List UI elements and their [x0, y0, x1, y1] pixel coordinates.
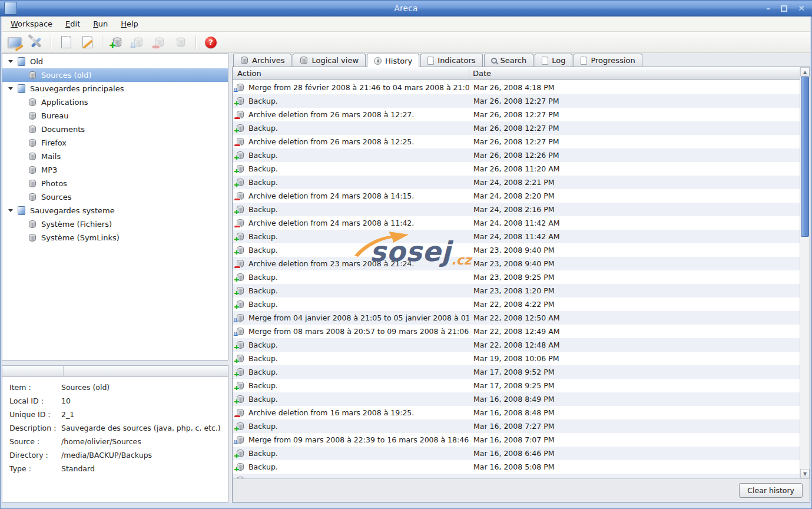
tab-archives[interactable]: Archives — [233, 54, 291, 67]
main-area: OldSources (old)Sauvegardes principalesA… — [2, 53, 810, 503]
menu-run[interactable]: Run — [87, 16, 114, 32]
history-row[interactable]: Backup.Mar 24, 2008 2:21 PM — [233, 176, 800, 189]
database-merge-icon — [133, 37, 144, 48]
tree-item-sauvegardes-principales[interactable]: Sauvegardes principales — [2, 82, 228, 95]
history-row[interactable]: Archive deletion from 23 mars 2008 à 21:… — [233, 257, 800, 270]
history-row[interactable]: Archive deletion from 24 mars 2008 à 11:… — [233, 216, 800, 230]
menu-edit[interactable]: Edit — [59, 16, 87, 32]
column-header-action[interactable]: Action — [233, 67, 469, 80]
action-text: Merge from 09 mars 2008 à 22:39 to 16 ma… — [248, 435, 469, 444]
history-row[interactable]: Archive deletion from 24 mars 2008 à 14:… — [233, 189, 800, 203]
expander-icon[interactable] — [8, 87, 13, 90]
minimize-button[interactable]: – — [766, 4, 770, 12]
database-plus-icon — [236, 422, 244, 431]
history-row[interactable]: Backup.Mar 24, 2008 2:16 PM — [233, 203, 800, 216]
history-row[interactable]: Backup.Mar 17, 2008 9:52 PM — [233, 365, 800, 379]
open-workspace-button[interactable] — [5, 34, 24, 51]
history-row[interactable]: Merge from 09 mars 2008 à 22:39 to 16 ma… — [233, 433, 800, 447]
history-row[interactable]: Backup.Mar 16, 2008 6:46 PM — [233, 447, 800, 460]
expander-icon[interactable] — [8, 60, 13, 63]
tree-item-mails[interactable]: Mails — [2, 150, 228, 163]
tree-item-syst-me-symlinks[interactable]: Système (SymLinks) — [2, 231, 228, 244]
tab-history[interactable]: History — [367, 54, 419, 67]
tab-label: Log — [552, 56, 565, 65]
history-row[interactable]: Merge from 08 mars 2008 à 20:57 to 09 ma… — [233, 325, 800, 338]
action-cell: Merge from 04 janvier 2008 à 21:05 to 05… — [233, 313, 469, 322]
tab-indicators[interactable]: Indicators — [420, 54, 482, 67]
action-cell: Backup. — [233, 286, 469, 295]
column-header-date[interactable]: Date — [469, 67, 800, 80]
preferences-button[interactable] — [26, 34, 45, 51]
tree-item-syst-me-fichiers[interactable]: Système (Fichiers) — [2, 217, 228, 231]
action-cell: Backup. — [233, 300, 469, 309]
tree-item-sauvegardes-systeme[interactable]: Sauvegardes systeme — [2, 204, 228, 217]
properties-body: Item :Sources (old)Local ID :10Unique ID… — [2, 377, 228, 475]
tree-item-documents[interactable]: Documents — [2, 123, 228, 136]
panel-splitter[interactable] — [2, 361, 228, 365]
history-row[interactable]: Backup.Mar 22, 2008 12:48 AM — [233, 338, 800, 352]
history-row[interactable]: Merge from 04 janvier 2008 à 21:05 to 05… — [233, 311, 800, 325]
tree-item-photos[interactable]: Photos — [2, 177, 228, 190]
edit-target-button[interactable] — [78, 34, 97, 51]
history-row[interactable]: Backup.Mar 23, 2008 1:20 PM — [233, 284, 800, 298]
toolbar-separator — [51, 35, 51, 49]
history-row[interactable]: Backup.Mar 23, 2008 9:40 PM — [233, 243, 800, 257]
scroll-up-button[interactable]: ▲ — [800, 67, 810, 77]
tree-item-sources-old[interactable]: Sources (old) — [2, 68, 228, 82]
history-row[interactable]: Backup.Mar 16, 2008 7:27 PM — [233, 419, 800, 433]
database-icon — [28, 193, 37, 201]
clear-history-button[interactable]: Clear history — [739, 483, 803, 498]
menu-help[interactable]: Help — [114, 16, 145, 32]
tab-log[interactable]: Log — [535, 54, 572, 67]
history-row[interactable]: Merge from 28 février 2008 à 21:46 to 04… — [233, 81, 800, 94]
tab-progression[interactable]: Progression — [574, 54, 642, 67]
scrollbar-thumb[interactable] — [801, 77, 809, 237]
menu-workspace[interactable]: Workspace — [4, 16, 59, 32]
tree-item-bureau[interactable]: Bureau — [2, 109, 228, 123]
toolbar: ? — [2, 32, 810, 53]
scroll-down-button[interactable]: ▼ — [800, 469, 810, 478]
vertical-scrollbar[interactable]: ▲ ▼ — [800, 67, 810, 478]
maximize-button[interactable] — [781, 5, 787, 12]
tree-item-label: Applications — [41, 98, 88, 107]
history-row[interactable]: Backup.Mar 26, 2008 12:26 PM — [233, 148, 800, 162]
tab-search[interactable]: Search — [484, 54, 534, 67]
history-row[interactable]: Archive deletion from 16 mars 2008 à 19:… — [233, 406, 800, 419]
tree-item-firefox[interactable]: Firefox — [2, 136, 228, 150]
new-target-button[interactable] — [57, 34, 75, 51]
history-row[interactable]: Backup.Mar 26, 2008 12:27 PM — [233, 121, 800, 135]
history-row[interactable]: Backup.Mar 24, 2008 11:42 AM — [233, 230, 800, 243]
history-row[interactable]: Backup.Mar 26, 2008 11:20 AM — [233, 162, 800, 176]
action-text: Backup. — [248, 273, 278, 282]
history-row[interactable]: Backup.Mar 22, 2008 4:22 PM — [233, 298, 800, 311]
history-row[interactable]: Backup.Mar 19, 2008 10:06 PM — [233, 352, 800, 365]
properties-panel: Item :Sources (old)Local ID :10Unique ID… — [2, 365, 228, 503]
tree-item-mp3[interactable]: MP3 — [2, 163, 228, 177]
history-row[interactable] — [233, 474, 800, 478]
history-row[interactable]: Backup.Mar 23, 2008 9:25 PM — [233, 270, 800, 284]
property-value: Standard — [61, 464, 228, 473]
tab-bar: ArchivesLogical viewHistoryIndicatorsSea… — [232, 53, 810, 67]
database-plus-icon — [236, 341, 244, 349]
tree-item-applications[interactable]: Applications — [2, 95, 228, 109]
tree-item-old[interactable]: Old — [2, 55, 228, 68]
tab-label: Indicators — [438, 56, 475, 65]
expander-icon[interactable] — [8, 209, 13, 212]
backup-button[interactable] — [108, 34, 127, 51]
tree-item-sources[interactable]: Sources — [2, 190, 228, 204]
history-row[interactable]: Archive deletion from 26 mars 2008 à 12:… — [233, 108, 800, 121]
history-row[interactable]: Archive deletion from 26 mars 2008 à 12:… — [233, 135, 800, 148]
history-row[interactable]: Backup.Mar 16, 2008 8:49 PM — [233, 392, 800, 406]
history-row[interactable]: Backup.Mar 16, 2008 5:08 PM — [233, 460, 800, 474]
property-value: /home/olivier/Sources — [61, 437, 228, 446]
close-button[interactable]: ✕ — [798, 4, 805, 12]
help-button[interactable]: ? — [201, 34, 220, 51]
action-text: Backup. — [248, 232, 278, 241]
action-cell: Backup. — [233, 273, 469, 282]
tab-label: Progression — [591, 56, 635, 65]
history-row[interactable]: Backup.Mar 17, 2008 9:25 PM — [233, 379, 800, 392]
tree-item-label: Firefox — [41, 138, 67, 147]
database-minus-icon — [154, 37, 165, 48]
history-row[interactable]: Backup.Mar 26, 2008 12:27 PM — [233, 94, 800, 108]
tab-logical-view[interactable]: Logical view — [293, 54, 366, 67]
